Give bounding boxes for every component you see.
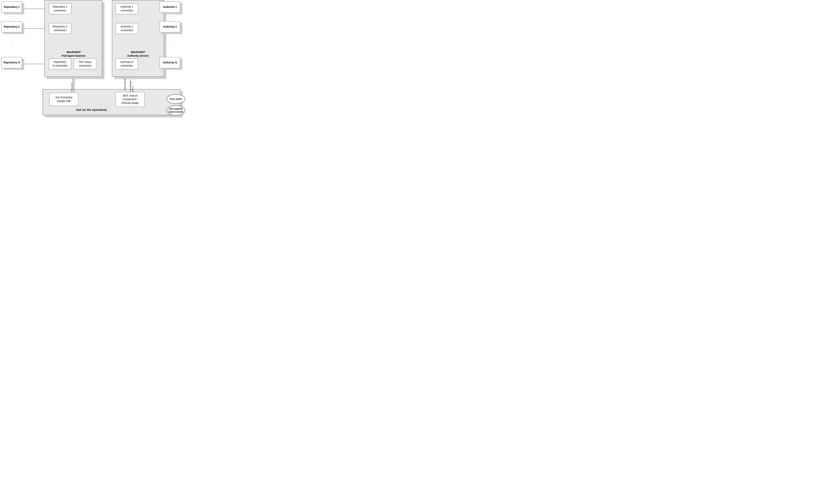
user-access-tokens-label: User access tokens	[127, 78, 136, 92]
repo-dots: ···	[10, 39, 14, 43]
auth2-box: Authority 2	[160, 21, 180, 33]
pull-agent-label: ManifoldCFPull Agent Daemon	[52, 50, 95, 58]
authNconn-box: Authority Nconnection	[116, 58, 138, 69]
auth2conn-box: Authority 2connection	[116, 23, 138, 34]
repoNconn-label: RepositoryN connection	[52, 60, 68, 67]
repo1conn-label: Repository 1connection	[53, 5, 67, 12]
repo1conn-box: Repository 1connection	[49, 3, 71, 14]
authority-dots: ···	[169, 39, 173, 43]
auth1conn-label: Authority 1connection	[120, 5, 133, 12]
mcf-search-label: MCF SearchComponent /QParser plugin	[121, 94, 139, 105]
repoNconn-box: RepositoryN connection	[49, 58, 71, 69]
solr-output-label: Solr outputconnection	[79, 60, 91, 67]
auth1-label: Authority 1	[163, 5, 177, 9]
repo2conn-box: Repository 2connection	[49, 23, 71, 34]
repo1-label: Repository 1	[4, 5, 20, 9]
repo2conn-label: Repository 2connection	[53, 25, 67, 32]
auth2conn-label: Authority 2connection	[120, 25, 133, 32]
auth2-label: Authority 2	[163, 25, 177, 29]
repoN-label: Repository N	[4, 61, 20, 64]
architecture-diagram: Repository 1 Repository 2 Repository N M…	[0, 0, 187, 119]
solr-label: Solr (or the equivalent)	[63, 108, 119, 111]
auth1conn-box: Authority 1connection	[116, 3, 138, 14]
search-results-ellipse: User-specificsearch results	[166, 105, 185, 116]
solr-output-box: Solr outputconnection	[74, 58, 96, 69]
username-label: User name	[170, 98, 182, 101]
solr-extracting-box: Solr ExtractingUpdate Hdlr	[49, 93, 78, 106]
auth-service-label: ManifoldCFAuthority Service	[116, 50, 160, 58]
auth1-box: Authority 1	[160, 1, 180, 13]
repo2-label: Repository 2	[4, 25, 20, 29]
username-ellipse: User name	[166, 94, 185, 104]
search-results-label: User-specificsearch results	[168, 108, 183, 113]
docs-tokens-label: Docs andaccess tokens	[69, 78, 77, 92]
repo-left-dots: ···	[58, 39, 62, 43]
authN-label: Authority N	[163, 61, 177, 64]
repo1-box: Repository 1	[1, 1, 22, 13]
repo2-box: Repository 2	[1, 21, 22, 33]
repoN-box: Repository N	[1, 57, 22, 68]
mcf-search-box: MCF SearchComponent /QParser plugin	[116, 92, 145, 107]
auth-dots: ···	[125, 39, 129, 43]
solr-extracting-label: Solr ExtractingUpdate Hdlr	[55, 96, 72, 103]
authN-box: Authority N	[160, 57, 180, 68]
authNconn-label: Authority Nconnection	[120, 60, 133, 67]
